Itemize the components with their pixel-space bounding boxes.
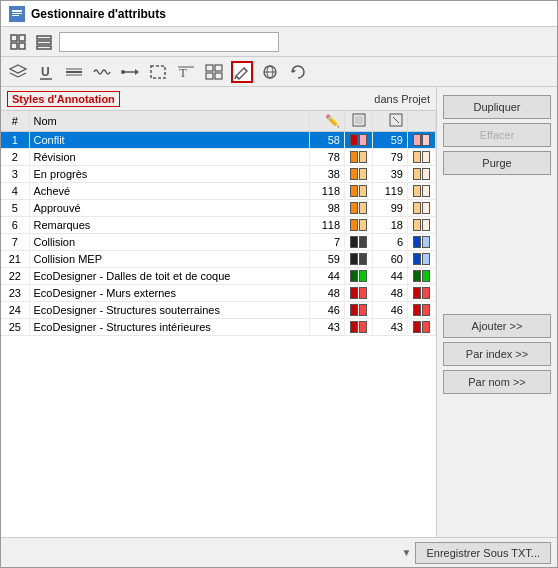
svg-rect-3 bbox=[12, 15, 19, 16]
row-color1 bbox=[345, 268, 373, 285]
svg-rect-27 bbox=[206, 73, 213, 79]
row-name: Collision MEP bbox=[29, 251, 310, 268]
table-row[interactable]: 4 Achevé 118 119 bbox=[1, 183, 436, 200]
duplicate-button[interactable]: Dupliquer bbox=[443, 95, 551, 119]
table-row[interactable]: 21 Collision MEP 59 60 bbox=[1, 251, 436, 268]
row-val2: 79 bbox=[373, 149, 408, 166]
window-icon bbox=[9, 6, 25, 22]
spacer1 bbox=[443, 179, 551, 310]
table-row[interactable]: 2 Révision 78 79 bbox=[1, 149, 436, 166]
row-name: Conflit bbox=[29, 132, 310, 149]
row-color1 bbox=[345, 319, 373, 336]
table-row[interactable]: 24 EcoDesigner - Structures souterraines… bbox=[1, 302, 436, 319]
row-color1 bbox=[345, 149, 373, 166]
svg-marker-20 bbox=[135, 69, 139, 75]
row-num: 22 bbox=[1, 268, 29, 285]
project-label: dans Projet bbox=[374, 93, 430, 105]
svg-point-21 bbox=[121, 70, 125, 74]
row-num: 7 bbox=[1, 234, 29, 251]
main-area: Styles d'Annotation dans Projet # Nom bbox=[1, 87, 557, 537]
row-num: 23 bbox=[1, 285, 29, 302]
svg-rect-9 bbox=[37, 41, 51, 44]
title-bar: Gestionnaire d'attributs bbox=[1, 1, 557, 27]
row-color2 bbox=[408, 217, 436, 234]
col-header-num: # bbox=[1, 111, 29, 132]
row-num: 25 bbox=[1, 319, 29, 336]
row-val1: 7 bbox=[310, 234, 345, 251]
toolbar-btn-1[interactable] bbox=[7, 31, 29, 53]
table-row[interactable]: 5 Approuvé 98 99 bbox=[1, 200, 436, 217]
col-header-val1: ✏️ bbox=[310, 111, 345, 132]
row-color2 bbox=[408, 149, 436, 166]
col-header-color2 bbox=[408, 111, 436, 132]
delete-button[interactable]: Effacer bbox=[443, 123, 551, 147]
svg-line-29 bbox=[244, 68, 247, 71]
row-val2: 39 bbox=[373, 166, 408, 183]
layers-icon-btn[interactable] bbox=[7, 61, 29, 83]
add-button[interactable]: Ajouter >> bbox=[443, 314, 551, 338]
row-name: Achevé bbox=[29, 183, 310, 200]
row-name: EcoDesigner - Dalles de toit et de coque bbox=[29, 268, 310, 285]
left-panel: Styles d'Annotation dans Projet # Nom bbox=[1, 87, 437, 537]
table-row[interactable]: 25 EcoDesigner - Structures intérieures … bbox=[1, 319, 436, 336]
row-color2 bbox=[408, 166, 436, 183]
svg-line-12 bbox=[10, 73, 18, 77]
row-val2: 48 bbox=[373, 285, 408, 302]
row-name: Approuvé bbox=[29, 200, 310, 217]
line-icon-btn[interactable] bbox=[63, 61, 85, 83]
row-num: 6 bbox=[1, 217, 29, 234]
row-num: 21 bbox=[1, 251, 29, 268]
table-row[interactable]: 6 Remarques 118 18 bbox=[1, 217, 436, 234]
table-row[interactable]: 22 EcoDesigner - Dalles de toit et de co… bbox=[1, 268, 436, 285]
by-name-button[interactable]: Par nom >> bbox=[443, 370, 551, 394]
row-name: Révision bbox=[29, 149, 310, 166]
row-color1 bbox=[345, 217, 373, 234]
by-index-button[interactable]: Par index >> bbox=[443, 342, 551, 366]
row-color2 bbox=[408, 268, 436, 285]
svg-rect-10 bbox=[37, 46, 51, 49]
main-window: Gestionnaire d'attributs bbox=[0, 0, 558, 568]
toolbar-btn-2[interactable] bbox=[33, 31, 55, 53]
scroll-down-indicator: ▼ bbox=[402, 547, 412, 558]
row-color2 bbox=[408, 285, 436, 302]
svg-marker-11 bbox=[10, 65, 26, 73]
svg-rect-4 bbox=[11, 35, 17, 41]
zone-icon-btn[interactable] bbox=[147, 61, 169, 83]
text-icon-btn[interactable]: T bbox=[175, 61, 197, 83]
table-row[interactable]: 7 Collision 7 6 bbox=[1, 234, 436, 251]
underline-icon-btn[interactable]: U bbox=[35, 61, 57, 83]
table-row[interactable]: 3 En progrès 38 39 bbox=[1, 166, 436, 183]
row-val2: 60 bbox=[373, 251, 408, 268]
row-num: 24 bbox=[1, 302, 29, 319]
row-val1: 98 bbox=[310, 200, 345, 217]
attributes-table: # Nom ✏️ bbox=[1, 111, 436, 336]
refresh-icon-btn[interactable] bbox=[287, 61, 309, 83]
row-val2: 44 bbox=[373, 268, 408, 285]
window-title: Gestionnaire d'attributs bbox=[31, 7, 166, 21]
wave-icon-btn[interactable] bbox=[91, 61, 113, 83]
row-color2 bbox=[408, 234, 436, 251]
row-num: 4 bbox=[1, 183, 29, 200]
purge-button[interactable]: Purge bbox=[443, 151, 551, 175]
row-val2: 59 bbox=[373, 132, 408, 149]
table-container[interactable]: # Nom ✏️ bbox=[1, 111, 436, 537]
grid-icon-btn[interactable] bbox=[203, 61, 225, 83]
table-row[interactable]: 23 EcoDesigner - Murs externes 48 48 bbox=[1, 285, 436, 302]
svg-marker-35 bbox=[292, 69, 296, 73]
arrow-icon-btn[interactable] bbox=[119, 61, 141, 83]
svg-rect-7 bbox=[19, 43, 25, 49]
row-val2: 46 bbox=[373, 302, 408, 319]
row-name: EcoDesigner - Structures intérieures bbox=[29, 319, 310, 336]
table-row[interactable]: 1 Conflit 58 59 bbox=[1, 132, 436, 149]
svg-rect-28 bbox=[215, 73, 222, 79]
row-val1: 46 bbox=[310, 302, 345, 319]
save-button[interactable]: Enregistrer Sous TXT... bbox=[415, 542, 551, 564]
edit-highlighted-btn[interactable] bbox=[231, 61, 253, 83]
svg-line-31 bbox=[236, 76, 239, 79]
search-input[interactable] bbox=[59, 32, 279, 52]
globe-icon-btn[interactable] bbox=[259, 61, 281, 83]
svg-rect-25 bbox=[206, 65, 213, 71]
row-val2: 99 bbox=[373, 200, 408, 217]
toolbar-row1 bbox=[1, 27, 557, 57]
row-color2 bbox=[408, 319, 436, 336]
